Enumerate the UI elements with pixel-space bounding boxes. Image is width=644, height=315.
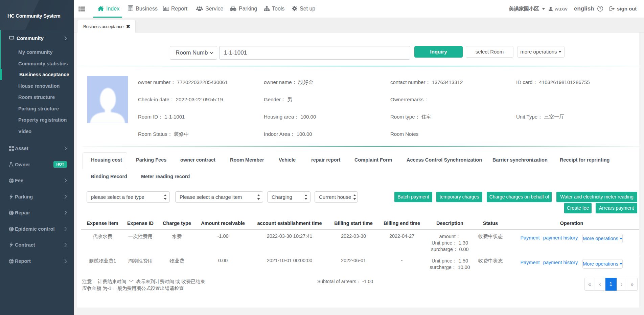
svg-text:?: ?: [599, 6, 601, 10]
